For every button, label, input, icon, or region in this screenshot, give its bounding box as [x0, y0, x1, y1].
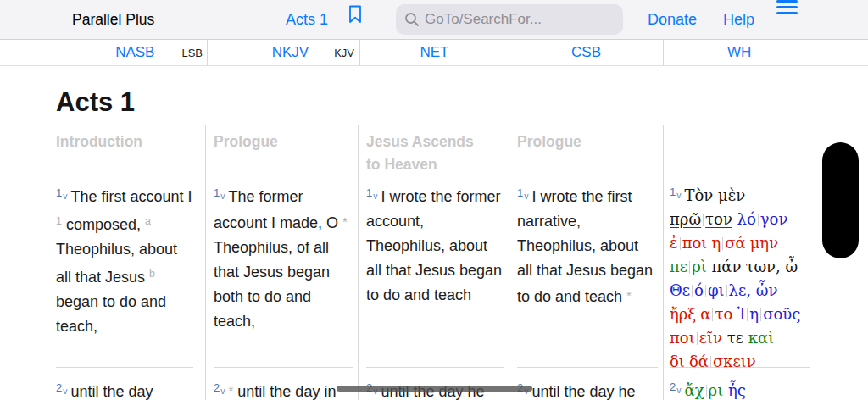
verse-number[interactable]: 1: [366, 186, 372, 199]
greek-word[interactable]: ἄχρι: [684, 381, 723, 399]
version-tab-kjv[interactable]: KJV: [334, 47, 354, 59]
verse-chevron-icon[interactable]: v: [63, 191, 67, 201]
syllable-separator: [698, 308, 698, 321]
footnote-marker[interactable]: *: [342, 214, 348, 229]
verse-number[interactable]: 2: [670, 381, 676, 393]
syllable-separator: [748, 237, 748, 250]
hamburger-menu-icon[interactable]: [776, 0, 798, 39]
verse-text: composed,: [62, 216, 145, 233]
verse-chevron-icon[interactable]: v: [220, 191, 225, 201]
footnote-marker[interactable]: a: [145, 215, 151, 227]
footnote-marker[interactable]: 1: [56, 215, 62, 227]
verse-cell-nasb-1: 1vThe first account I 1 composed, a Theo…: [56, 178, 193, 368]
search-icon: [404, 12, 420, 27]
version-segment-net: NET: [360, 40, 509, 65]
verse-text: until the day he: [531, 383, 635, 400]
verse-text: until the day: [70, 383, 153, 400]
section-heading: Prologue: [517, 125, 637, 178]
greek-word[interactable]: πάντων,: [712, 258, 781, 275]
verse-text: Theophilus, about all that Jesus: [56, 241, 177, 286]
verse-chevron-icon[interactable]: v: [373, 191, 377, 201]
footnote-marker[interactable]: *: [626, 288, 632, 303]
column-csb: Prologue1vI wrote the first narrative, T…: [509, 125, 664, 400]
syllable-separator: [712, 308, 713, 321]
verse-number[interactable]: 1: [214, 186, 220, 199]
version-segment-nasb: NASBLSB: [0, 40, 208, 65]
syllable-separator: [726, 285, 727, 297]
syllable-separator: [760, 308, 761, 321]
greek-word[interactable]: διδάσκειν: [670, 353, 756, 368]
verse-number[interactable]: 1: [517, 186, 523, 199]
greek-word[interactable]: Ἰησοῦς: [737, 305, 800, 323]
greek-word[interactable]: Τὸν: [684, 186, 713, 204]
syllable-separator: [722, 237, 723, 250]
horizontal-scroll-indicator[interactable]: [337, 386, 532, 392]
verse-number[interactable]: 1: [56, 186, 62, 199]
verse-chevron-icon[interactable]: v: [676, 385, 681, 395]
verse-text: The former account I made, O: [214, 188, 342, 231]
greek-word[interactable]: ὧν: [756, 281, 778, 299]
verse-chevron-icon[interactable]: v: [524, 191, 528, 201]
verse-number[interactable]: 2: [56, 381, 62, 394]
greek-word[interactable]: τε: [727, 329, 743, 347]
verse-cell-nasb-2: 2vuntil the day: [56, 368, 193, 400]
verse-cell-nkjv-1: 1vThe former account I made, O * Theophi…: [214, 178, 353, 368]
syllable-separator: [692, 285, 693, 297]
greek-word[interactable]: ἐποιησάμην: [670, 234, 778, 252]
verse-text: The first account I: [70, 188, 192, 205]
verse-text: until the day in: [233, 383, 336, 400]
greek-word[interactable]: ποιεῖν: [670, 329, 722, 347]
verse-cell-nkjv-2: 2v* until the day in: [214, 368, 353, 400]
syllable-separator: [747, 308, 748, 321]
verse-cell-wh-2: 2vἄχρι ἧς: [670, 368, 810, 400]
version-tab-net[interactable]: NET: [420, 44, 449, 61]
passage-reference-button[interactable]: Acts 1: [286, 0, 328, 39]
greek-word[interactable]: λόγον: [737, 210, 788, 228]
version-tab-bar: NASBLSBNKJVKJVNETCSBWH: [0, 40, 868, 66]
greek-word[interactable]: ἤρξατο: [670, 305, 732, 323]
version-tab-nkjv[interactable]: NKJV: [272, 44, 309, 61]
verse-chevron-icon[interactable]: v: [676, 190, 681, 200]
verse-chevron-icon[interactable]: v: [63, 386, 67, 396]
greek-word[interactable]: ὦ: [786, 258, 798, 275]
greek-word[interactable]: καὶ: [748, 329, 774, 347]
version-segment-csb: CSB: [509, 40, 664, 65]
syllable-separator: [697, 332, 698, 345]
column-net: Jesus Ascends to Heaven1vI wrote the for…: [359, 125, 509, 400]
syllable-separator: [705, 285, 706, 297]
verse-number[interactable]: 1: [670, 186, 676, 198]
version-tab-nasb[interactable]: NASB: [115, 44, 154, 61]
syllable-separator: [706, 385, 707, 397]
verse-number[interactable]: 2: [214, 381, 220, 394]
section-heading: Introduction: [56, 125, 176, 178]
donate-button[interactable]: Donate: [648, 0, 697, 39]
verse-cell-net-2: 2vuntil the day he: [366, 368, 504, 400]
version-tab-lsb[interactable]: LSB: [181, 47, 203, 59]
help-button[interactable]: Help: [723, 0, 754, 39]
bookmark-icon[interactable]: [348, 0, 362, 39]
syllable-separator: [687, 356, 687, 368]
search-input[interactable]: GoTo/SearchFor...: [396, 4, 623, 35]
page-title: Acts 1: [56, 87, 135, 118]
version-tab-wh[interactable]: WH: [727, 44, 751, 61]
vertical-scroll-indicator[interactable]: [822, 142, 859, 258]
footnote-marker[interactable]: b: [149, 268, 155, 280]
verse-text: began to do and teach,: [56, 293, 166, 335]
verse-cell-csb-2: 2vuntil the day he: [517, 368, 658, 400]
column-nkjv: Prologue1vThe former account I made, O *…: [206, 125, 359, 400]
greek-word[interactable]: μὲν: [718, 186, 745, 204]
section-heading: Jesus Ascends to Heaven: [366, 125, 487, 178]
column-nasb: Introduction1vThe first account I 1 comp…: [0, 125, 206, 400]
verse-cell-csb-1: 1vI wrote the first narrative, Theophilu…: [517, 178, 658, 368]
syllable-separator: [758, 214, 759, 226]
verse-text: I wrote the first narrative, Theophilus,…: [517, 188, 653, 305]
syllable-separator: [680, 237, 681, 250]
greek-word[interactable]: πρῶτον: [670, 210, 732, 228]
syllable-separator: [709, 237, 709, 250]
version-tab-csb[interactable]: CSB: [571, 44, 601, 61]
greek-word[interactable]: Θεόφιλε,: [670, 281, 751, 299]
greek-word[interactable]: ἧς: [728, 381, 746, 399]
greek-word[interactable]: περὶ: [670, 258, 707, 275]
verse-chevron-icon[interactable]: v: [220, 386, 225, 396]
version-segment-wh: WH: [664, 40, 868, 65]
